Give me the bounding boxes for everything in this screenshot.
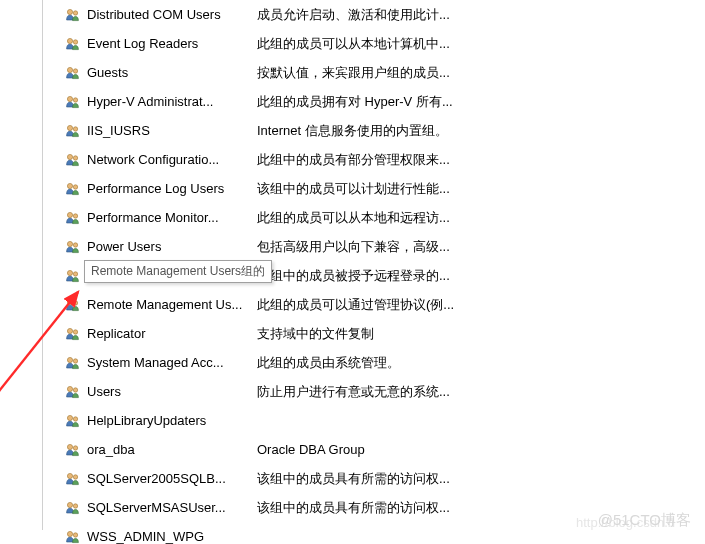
panel-border — [42, 0, 43, 530]
group-name: Users — [87, 384, 257, 399]
group-name: Network Configuratio... — [87, 152, 257, 167]
group-icon — [65, 500, 87, 516]
group-icon — [65, 152, 87, 168]
list-item[interactable]: HelpLibraryUpdaters — [65, 406, 705, 435]
svg-point-21 — [67, 299, 72, 304]
group-name: Distributed COM Users — [87, 7, 257, 22]
group-description: 此组的成员可以从本地计算机中... — [257, 35, 705, 53]
svg-point-32 — [73, 445, 77, 449]
group-icon — [65, 123, 87, 139]
svg-point-26 — [73, 358, 77, 362]
group-description: 此组的成员拥有对 Hyper-V 所有... — [257, 93, 705, 111]
svg-point-7 — [67, 96, 72, 101]
group-description: 成员允许启动、激活和使用此计... — [257, 6, 705, 24]
group-description: Internet 信息服务使用的内置组。 — [257, 122, 705, 140]
group-name: Performance Monitor... — [87, 210, 257, 225]
group-description: 此组中的成员有部分管理权限来... — [257, 151, 705, 169]
group-name: ora_dba — [87, 442, 257, 457]
group-icon — [65, 239, 87, 255]
group-icon — [65, 326, 87, 342]
list-item[interactable]: System Managed Acc...此组的成员由系统管理。 — [65, 348, 705, 377]
svg-point-16 — [73, 213, 77, 217]
group-icon — [65, 413, 87, 429]
svg-point-19 — [67, 270, 72, 275]
svg-point-31 — [67, 444, 72, 449]
group-name: Guests — [87, 65, 257, 80]
svg-point-37 — [67, 531, 72, 536]
group-description: 按默认值，来宾跟用户组的成员... — [257, 64, 705, 82]
group-description: 支持域中的文件复制 — [257, 325, 705, 343]
group-name: Remote Management Us... — [87, 297, 257, 312]
svg-point-35 — [67, 502, 72, 507]
group-icon — [65, 529, 87, 545]
group-name: Event Log Readers — [87, 36, 257, 51]
group-icon — [65, 7, 87, 23]
svg-point-22 — [73, 300, 77, 304]
svg-point-25 — [67, 357, 72, 362]
group-description: 包括高级用户以向下兼容，高级... — [257, 238, 705, 256]
list-item[interactable]: Power Users包括高级用户以向下兼容，高级... — [65, 232, 705, 261]
tooltip: Remote Management Users组的 — [84, 260, 272, 283]
list-item[interactable]: Event Log Readers此组的成员可以从本地计算机中... — [65, 29, 705, 58]
svg-point-15 — [67, 212, 72, 217]
list-item[interactable]: IIS_IUSRSInternet 信息服务使用的内置组。 — [65, 116, 705, 145]
svg-point-1 — [67, 9, 72, 14]
group-name: Power Users — [87, 239, 257, 254]
group-description: 此组的成员可以通过管理协议(例... — [257, 296, 705, 314]
group-name: Performance Log Users — [87, 181, 257, 196]
list-item[interactable]: Performance Log Users该组中的成员可以计划进行性能... — [65, 174, 705, 203]
watermark: @51CTO博客 — [598, 511, 691, 530]
svg-point-4 — [73, 39, 77, 43]
group-name: HelpLibraryUpdaters — [87, 413, 257, 428]
svg-point-11 — [67, 154, 72, 159]
svg-point-9 — [67, 125, 72, 130]
group-description: 此组的成员可以从本地和远程访... — [257, 209, 705, 227]
list-item[interactable]: Remote Management Us...此组的成员可以通过管理协议(例..… — [65, 290, 705, 319]
group-icon — [65, 94, 87, 110]
svg-point-36 — [73, 503, 77, 507]
group-icon — [65, 36, 87, 52]
svg-point-23 — [67, 328, 72, 333]
group-description: Oracle DBA Group — [257, 442, 705, 457]
group-name: WSS_ADMIN_WPG — [87, 529, 257, 544]
list-item[interactable]: Guests按默认值，来宾跟用户组的成员... — [65, 58, 705, 87]
svg-point-30 — [73, 416, 77, 420]
svg-point-14 — [73, 184, 77, 188]
group-icon — [65, 181, 87, 197]
list-item[interactable]: Replicator支持域中的文件复制 — [65, 319, 705, 348]
svg-point-5 — [67, 67, 72, 72]
svg-point-18 — [73, 242, 77, 246]
group-description: 该组中的成员可以计划进行性能... — [257, 180, 705, 198]
list-item[interactable]: Network Configuratio...此组中的成员有部分管理权限来... — [65, 145, 705, 174]
list-item[interactable]: Performance Monitor...此组的成员可以从本地和远程访... — [65, 203, 705, 232]
group-icon — [65, 471, 87, 487]
list-item[interactable]: Distributed COM Users成员允许启动、激活和使用此计... — [65, 0, 705, 29]
group-description: 此组的成员由系统管理。 — [257, 354, 705, 372]
svg-point-33 — [67, 473, 72, 478]
group-icon — [65, 442, 87, 458]
svg-point-17 — [67, 241, 72, 246]
svg-point-8 — [73, 97, 77, 101]
group-description: 该组中的成员具有所需的访问权... — [257, 470, 705, 488]
svg-point-12 — [73, 155, 77, 159]
group-name: IIS_IUSRS — [87, 123, 257, 138]
group-icon — [65, 355, 87, 371]
group-name: SQLServer2005SQLB... — [87, 471, 257, 486]
svg-point-13 — [67, 183, 72, 188]
group-name: Replicator — [87, 326, 257, 341]
svg-point-2 — [73, 10, 77, 14]
group-icon — [65, 297, 87, 313]
group-icon — [65, 210, 87, 226]
group-name: System Managed Acc... — [87, 355, 257, 370]
list-item[interactable]: Users防止用户进行有意或无意的系统... — [65, 377, 705, 406]
list-item[interactable]: Hyper-V Administrat...此组的成员拥有对 Hyper-V 所… — [65, 87, 705, 116]
group-description: 防止用户进行有意或无意的系统... — [257, 383, 705, 401]
group-icon — [65, 65, 87, 81]
group-icon — [65, 384, 87, 400]
svg-point-27 — [67, 386, 72, 391]
svg-point-34 — [73, 474, 77, 478]
svg-point-6 — [73, 68, 77, 72]
list-item[interactable]: ora_dbaOracle DBA Group — [65, 435, 705, 464]
group-description: 此组中的成员被授予远程登录的... — [257, 267, 705, 285]
list-item[interactable]: SQLServer2005SQLB...该组中的成员具有所需的访问权... — [65, 464, 705, 493]
